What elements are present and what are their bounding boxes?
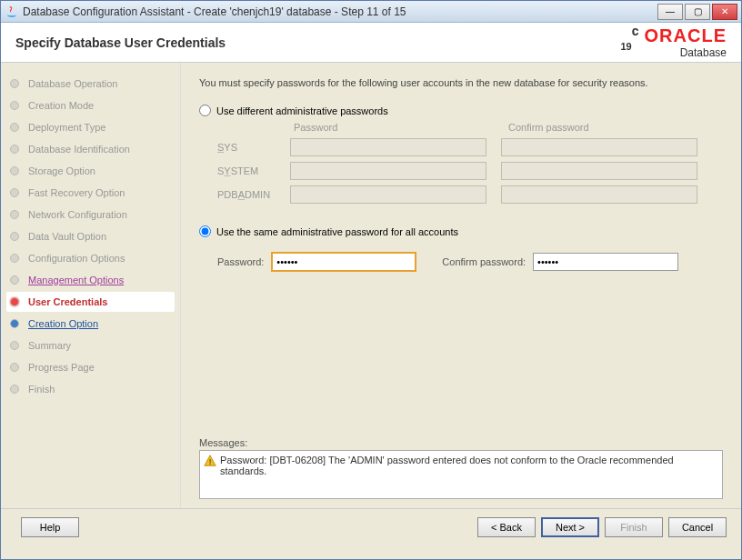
sidebar-item-database-identification: Database Identification [6, 139, 175, 159]
sidebar-item-creation-option[interactable]: Creation Option [6, 314, 175, 334]
column-confirm: Confirm password [494, 122, 697, 133]
sidebar-item-summary: Summary [6, 335, 175, 355]
sidebar-item-deployment-type: Deployment Type [6, 117, 175, 137]
label-confirm: Confirm password: [442, 256, 526, 267]
wizard-sidebar: Database Operation Creation Mode Deploym… [1, 63, 181, 508]
radio-same-password[interactable]: Use the same administrative password for… [199, 225, 723, 237]
system-confirm [501, 162, 697, 180]
sys-confirm [501, 138, 697, 156]
sys-password [290, 138, 486, 156]
sidebar-item-finish: Finish [6, 379, 175, 399]
maximize-button[interactable]: ▢ [685, 4, 710, 20]
messages-box: ! Password: [DBT-06208] The 'ADMIN' pass… [199, 450, 723, 499]
sidebar-item-fast-recovery: Fast Recovery Option [6, 183, 175, 203]
sidebar-item-config-options: Configuration Options [6, 248, 175, 268]
same-confirm-input[interactable] [533, 253, 678, 271]
svg-text:!: ! [209, 456, 212, 466]
help-button[interactable]: Help [21, 517, 79, 537]
label-sys: SYS [217, 142, 290, 153]
label-pdbadmin: PDBADMIN [217, 189, 290, 200]
java-icon [5, 5, 19, 19]
pdbadmin-confirm [501, 185, 697, 204]
minimize-button[interactable]: — [657, 4, 683, 20]
radio-different-passwords[interactable]: Use different administrative passwords [199, 105, 723, 116]
pdbadmin-password [290, 185, 486, 204]
window-title: Database Configuration Assistant - Creat… [23, 5, 657, 18]
sidebar-item-network-config: Network Configuration [6, 205, 175, 225]
sidebar-item-creation-mode: Creation Mode [6, 95, 175, 115]
next-button[interactable]: Next > [541, 517, 599, 537]
message-text: Password: [DBT-06208] The 'ADMIN' passwo… [220, 455, 718, 476]
back-button[interactable]: < Back [477, 517, 536, 537]
page-title: Specify Database User Credentials [15, 35, 226, 50]
sidebar-item-management-options[interactable]: Management Options [6, 270, 175, 290]
label-password: Password: [217, 256, 264, 267]
sidebar-item-data-vault: Data Vault Option [6, 226, 175, 246]
sidebar-item-user-credentials: User Credentials [6, 292, 175, 312]
close-button[interactable]: ✕ [712, 4, 737, 20]
finish-button: Finish [605, 517, 663, 537]
oracle-brand: 19c ORACLE Database [621, 25, 727, 59]
column-password: Password [290, 122, 494, 133]
cancel-button[interactable]: Cancel [668, 517, 727, 537]
instruction-text: You must specify passwords for the follo… [199, 77, 723, 88]
warning-icon: ! [204, 455, 216, 467]
system-password [290, 162, 486, 180]
sidebar-item-storage-option: Storage Option [6, 161, 175, 181]
messages-label: Messages: [199, 437, 723, 448]
sidebar-item-progress: Progress Page [6, 357, 175, 377]
same-password-input[interactable] [271, 252, 416, 272]
sidebar-item-database-operation: Database Operation [6, 74, 175, 94]
label-system: SYSTEM [217, 165, 290, 176]
